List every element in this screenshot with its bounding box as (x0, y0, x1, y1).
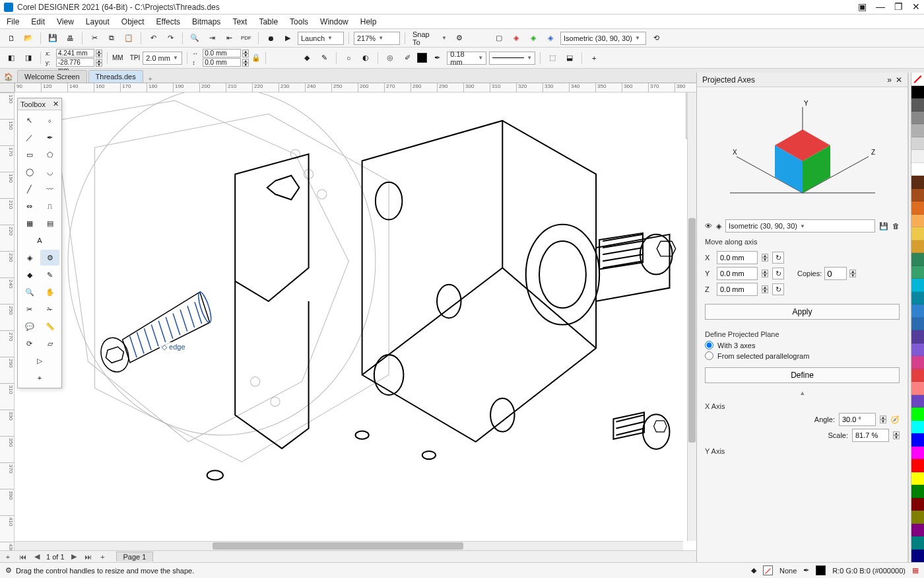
radio-3axes[interactable] (705, 341, 713, 349)
tab-file[interactable]: Threads.des (88, 70, 143, 83)
arc-tool-icon[interactable]: ◡ (40, 164, 59, 180)
menu-object[interactable]: Object (121, 17, 145, 26)
color-swatch[interactable] (911, 550, 924, 563)
graph-paper-icon[interactable]: ▤ (40, 215, 59, 231)
dimension-tool-icon[interactable]: ⇔ (20, 198, 39, 214)
more-shape-icon[interactable]: ◐ (358, 51, 373, 65)
x-dn[interactable]: ▼ (96, 54, 102, 57)
cube-blue-icon[interactable]: ◈ (543, 31, 558, 46)
perspective-top-icon[interactable]: ◧ (4, 51, 18, 65)
color-swatch[interactable] (911, 150, 924, 163)
connector-tool-icon[interactable]: ⎍ (40, 198, 59, 214)
add-page-before-icon[interactable]: + (3, 553, 13, 561)
add-tab-icon[interactable]: + (145, 75, 156, 83)
horizontal-scrollbar[interactable] (15, 541, 683, 550)
print-icon[interactable]: 🖶 (63, 31, 77, 46)
fill-color-swatch[interactable] (417, 53, 427, 63)
add-page-after-icon[interactable]: + (98, 553, 108, 561)
color-swatch[interactable] (911, 485, 924, 498)
outline-icon[interactable]: ✒ (430, 51, 444, 65)
next-page-icon[interactable]: ▶ (69, 552, 79, 561)
prev-page-icon[interactable]: ◀ (32, 552, 42, 561)
status-gear-icon[interactable]: ⚙ (5, 566, 12, 575)
color-swatch[interactable] (911, 433, 924, 447)
wrap-icon[interactable]: ⬚ (545, 51, 560, 65)
ruler-origin[interactable] (0, 83, 15, 92)
transform-tool-icon[interactable]: ⟳ (20, 336, 39, 351)
color-swatch[interactable] (911, 137, 924, 151)
perspective-front-icon[interactable]: ◨ (21, 51, 36, 65)
line-tool-icon[interactable]: ╱ (20, 181, 39, 197)
window-extra-icon[interactable]: ▣ (858, 1, 867, 12)
color-swatch[interactable] (911, 124, 924, 137)
callout-tool-icon[interactable]: 💬 (20, 318, 39, 334)
add-property-icon[interactable]: + (587, 51, 601, 65)
cycle-x-icon[interactable]: ↻ (772, 252, 784, 264)
menu-bitmaps[interactable]: Bitmaps (192, 17, 220, 26)
shape-tool-icon[interactable]: ⬨ (40, 112, 59, 128)
color-swatch[interactable] (911, 536, 924, 550)
ruler-horizontal[interactable]: 9012014016017018019020021022023024025026… (15, 83, 696, 92)
dropper-icon[interactable]: ✐ (400, 51, 414, 65)
color-swatch[interactable] (911, 86, 924, 99)
home-icon[interactable]: 🏠 (3, 71, 15, 83)
y-pos-input[interactable]: -28.776 mm (56, 58, 94, 67)
fill-indicator-icon[interactable]: ◆ (751, 566, 756, 575)
outline-width-input[interactable]: 0.18 mm▼ (447, 52, 486, 65)
crop-tool-icon[interactable]: ✂ (20, 301, 39, 317)
cycle-z-icon[interactable]: ↻ (772, 283, 784, 295)
color-swatch[interactable] (911, 459, 924, 472)
layout-frame-icon[interactable]: ▢ (492, 31, 506, 46)
angle-protractor-icon[interactable]: 🧭 (890, 415, 900, 424)
color-swatch[interactable] (911, 305, 924, 318)
undo-icon[interactable]: ↶ (146, 31, 160, 46)
color-swatch[interactable] (911, 511, 924, 524)
color-swatch[interactable] (911, 240, 924, 254)
tpi-input[interactable]: 2.0 mm▼ (143, 52, 182, 65)
fill-tool-icon[interactable]: ◆ (20, 267, 39, 283)
color-swatch[interactable] (911, 215, 924, 228)
color-swatch[interactable] (911, 279, 924, 292)
thread-tool-icon[interactable]: ⚙ (40, 250, 59, 266)
outline-color-swatch[interactable] (816, 565, 826, 575)
import-icon[interactable]: ⇥ (205, 31, 219, 46)
ellipse-tool-icon[interactable]: ◯ (20, 164, 39, 180)
pick-tool-icon[interactable]: ↖ (20, 112, 39, 128)
projection-preset-dropdown[interactable]: Isometric (30, 90, 30)▼ (725, 219, 875, 233)
scale-input[interactable] (852, 429, 889, 442)
color-swatch[interactable] (911, 524, 924, 537)
height-input[interactable]: 0.0 mm (203, 58, 241, 67)
ruler-vertical[interactable]: 1301501701902102202302402502702903103303… (0, 92, 15, 550)
collapse-top-icon[interactable]: ▴ (705, 388, 900, 397)
move-x-input[interactable] (717, 251, 758, 264)
color-swatch[interactable] (911, 266, 924, 279)
maximize-icon[interactable]: ❐ (894, 1, 903, 12)
snap-to-dropdown[interactable]: Snap To▼ (410, 32, 449, 45)
vertical-scrollbar[interactable] (687, 92, 696, 541)
projected-shape-icon[interactable]: ◈ (20, 250, 39, 266)
move-y-input[interactable] (717, 267, 758, 280)
eyedropper-tool-icon[interactable]: ✎ (40, 267, 59, 283)
transparency-icon[interactable]: ◎ (383, 51, 397, 65)
curve-tool-icon[interactable]: 〰 (40, 181, 59, 197)
wrap2-icon[interactable]: ⬓ (562, 51, 577, 65)
measure-tool-icon[interactable]: 📏 (40, 318, 59, 334)
color-swatch[interactable] (911, 382, 924, 395)
menu-layout[interactable]: Layout (86, 17, 110, 26)
docker-close-icon[interactable]: ✕ (896, 75, 902, 85)
line-style-dropdown[interactable]: ▼ (489, 52, 535, 65)
tab-welcome[interactable]: Welcome Screen (17, 70, 87, 83)
menu-help[interactable]: Help (360, 17, 377, 26)
ellipse-preset-icon[interactable]: ○ (341, 51, 356, 65)
publish-pdf-icon[interactable]: PDF (239, 31, 253, 46)
redo-icon[interactable]: ↷ (163, 31, 178, 46)
color-swatch[interactable] (911, 318, 924, 331)
color-swatch[interactable] (911, 343, 924, 357)
menu-table[interactable]: Table (259, 17, 278, 26)
rectangle-tool-icon[interactable]: ▭ (20, 147, 39, 163)
copies-input[interactable] (824, 267, 847, 280)
color-swatch[interactable] (911, 369, 924, 382)
envelope-tool-icon[interactable]: ▱ (40, 336, 59, 351)
radio-parallelogram[interactable] (705, 351, 713, 360)
drawing-canvas[interactable]: ◇ edge (15, 92, 696, 550)
